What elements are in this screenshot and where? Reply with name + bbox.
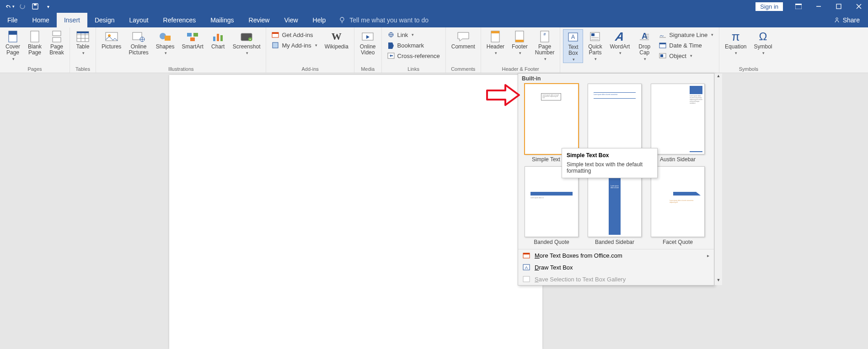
page-break-button[interactable]: Page Break — [47, 29, 67, 57]
group-label-comments: Comments — [449, 65, 478, 73]
save-button[interactable] — [30, 1, 40, 11]
tab-home[interactable]: Home — [25, 13, 57, 27]
link-button[interactable]: Link▾ — [385, 30, 443, 39]
date-time-button[interactable]: Date & Time — [656, 41, 716, 50]
my-addins-button[interactable]: My Add-ins▾ — [269, 41, 320, 50]
cover-page-button[interactable]: Cover Page▾ — [3, 29, 23, 62]
close-button[interactable] — [850, 0, 868, 13]
svg-rect-29 — [165, 36, 171, 41]
tab-file[interactable]: File — [0, 13, 25, 27]
group-symbols: π Equation▾ Ω Symbol▾ Symbols — [719, 27, 777, 73]
title-right: Sign in — [755, 0, 868, 13]
bookmark-icon — [387, 42, 395, 49]
gallery-scrollbar[interactable]: ▲ ▼ — [714, 74, 722, 285]
title-bar: ▾ ▾ Sign in — [0, 0, 868, 13]
tooltip-desc: Simple text box with the default formatt… — [567, 161, 653, 174]
signin-button[interactable]: Sign in — [755, 2, 783, 11]
lightbulb-icon — [338, 16, 346, 24]
svg-rect-30 — [187, 33, 192, 37]
group-label-text — [563, 70, 716, 73]
get-addins-button[interactable]: Get Add-ins — [269, 30, 320, 39]
text-box-gallery: Built-in Lorem ipsum dolor sit amet cons… — [518, 73, 714, 286]
svg-rect-6 — [836, 4, 841, 9]
wikipedia-button[interactable]: W Wikipedia — [322, 29, 351, 51]
group-comments: Comment Comments — [446, 27, 481, 73]
svg-rect-68 — [523, 253, 530, 254]
table-button[interactable]: Table▾ — [73, 29, 93, 56]
group-pages: Cover Page▾ Blank Page Page Break Pages — [0, 27, 70, 73]
scroll-up-button[interactable]: ▲ — [715, 74, 722, 81]
group-media: Online Video Media — [354, 27, 382, 73]
gallery-header: Built-in — [518, 74, 714, 84]
tell-me-search[interactable]: Tell me what you want to do — [333, 13, 429, 27]
share-button[interactable]: Share — [825, 13, 868, 27]
header-button[interactable]: Header▾ — [484, 29, 507, 56]
screenshot-button[interactable]: + Screenshot▾ — [230, 29, 263, 56]
symbol-button[interactable]: Ω Symbol▾ — [751, 29, 775, 56]
cover-page-icon — [6, 30, 19, 43]
text-box-button[interactable]: A Text Box▾ — [563, 29, 583, 63]
svg-rect-46 — [491, 31, 499, 33]
tab-layout[interactable]: Layout — [122, 13, 156, 27]
tab-references[interactable]: References — [156, 13, 204, 27]
more-text-boxes-button[interactable]: More Text Boxes from Office.com ▸ — [518, 249, 714, 261]
qat-customize-button[interactable]: ▾ — [43, 1, 53, 11]
ribbon-display-icon — [795, 4, 802, 9]
tab-design[interactable]: Design — [87, 13, 122, 27]
equation-button[interactable]: π Equation▾ — [722, 29, 749, 56]
drop-cap-button[interactable]: A Drop Cap▾ — [634, 29, 654, 62]
pictures-button[interactable]: Pictures — [99, 29, 124, 51]
minimize-button[interactable] — [809, 0, 828, 13]
comment-button[interactable]: Comment — [449, 29, 478, 51]
group-label-hf: Header & Footer — [484, 65, 557, 73]
group-label-pages: Pages — [3, 65, 67, 73]
date-icon — [659, 42, 666, 49]
quick-parts-button[interactable]: Quick Parts▾ — [585, 29, 605, 62]
link-icon — [387, 31, 395, 38]
tab-mailings[interactable]: Mailings — [203, 13, 241, 27]
svg-rect-40 — [272, 32, 279, 34]
tab-help[interactable]: Help — [305, 13, 333, 27]
svg-rect-54 — [591, 33, 595, 36]
object-button[interactable]: Object▾ — [656, 51, 716, 60]
svg-rect-64 — [659, 43, 666, 44]
group-links: Link▾ Bookmark Cross-reference Links — [382, 27, 446, 73]
tab-review[interactable]: Review — [241, 13, 277, 27]
ribbon-display-button[interactable] — [789, 0, 808, 13]
online-pictures-button[interactable]: Online Pictures — [126, 29, 151, 57]
close-icon — [856, 4, 862, 9]
document-area: Built-in Lorem ipsum dolor sit amet cons… — [0, 73, 868, 349]
chart-button[interactable]: Chart — [208, 29, 228, 51]
document-page[interactable] — [169, 75, 542, 349]
bookmark-button[interactable]: Bookmark — [385, 41, 443, 50]
tab-insert[interactable]: Insert — [57, 13, 87, 27]
shapes-button[interactable]: Shapes▾ — [153, 29, 177, 56]
maximize-button[interactable] — [830, 0, 848, 13]
svg-rect-41 — [273, 42, 278, 48]
tab-view[interactable]: View — [277, 13, 305, 27]
scroll-down-button[interactable]: ▼ — [715, 278, 722, 285]
svg-text:A: A — [525, 265, 528, 270]
svg-rect-48 — [515, 40, 524, 42]
page-number-button[interactable]: # Page Number▾ — [532, 29, 557, 62]
svg-rect-56 — [591, 39, 599, 40]
minimize-icon — [816, 4, 821, 9]
undo-button[interactable]: ▾ — [5, 1, 15, 11]
footer-icon — [513, 30, 526, 43]
group-text: A Text Box▾ Quick Parts▾ A WordArt▾ A Dr… — [560, 27, 719, 73]
draw-text-box-button[interactable]: A Draw Text Box — [518, 261, 714, 273]
ribbon: Cover Page▾ Blank Page Page Break Pages … — [0, 27, 868, 73]
blank-page-button[interactable]: Blank Page — [25, 29, 45, 57]
svg-text:A: A — [571, 34, 575, 40]
group-tables: Table▾ Tables — [70, 27, 96, 73]
svg-rect-31 — [193, 33, 198, 37]
cross-reference-button[interactable]: Cross-reference — [385, 51, 443, 60]
footer-button[interactable]: Footer▾ — [509, 29, 530, 56]
share-label: Share — [843, 16, 860, 24]
smartart-button[interactable]: SmartArt — [179, 29, 206, 51]
group-label-addins: Add-ins — [269, 65, 351, 73]
redo-button[interactable] — [17, 1, 27, 11]
signature-line-button[interactable]: Signature Line▾ — [656, 30, 716, 39]
online-video-button[interactable]: Online Video — [357, 29, 379, 57]
wordart-button[interactable]: A WordArt▾ — [607, 29, 632, 56]
